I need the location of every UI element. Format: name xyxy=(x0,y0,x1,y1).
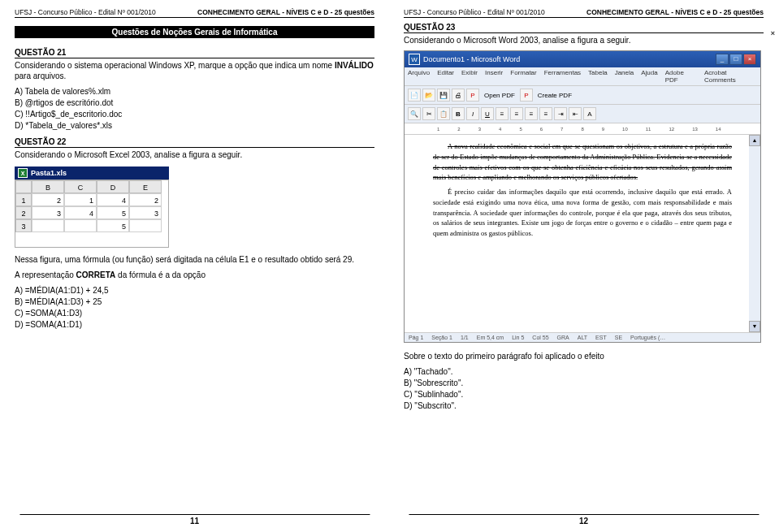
menu-exibir[interactable]: Exibir xyxy=(461,69,478,84)
menu-editar[interactable]: Editar xyxy=(437,69,454,84)
menu-tabela[interactable]: Tabela xyxy=(588,69,608,84)
page-right: UFSJ - Concurso Público - Edital Nº 001/… xyxy=(389,0,778,532)
ruler-tick: 12 xyxy=(669,127,674,132)
q23-opt-d: D) "Subscrito". xyxy=(404,400,764,411)
status-se: SE xyxy=(615,335,622,340)
menu-arquivo[interactable]: Arquivo xyxy=(408,69,430,84)
open-icon[interactable]: 📂 xyxy=(422,89,435,102)
align-left-icon[interactable]: ≡ xyxy=(496,107,509,120)
status-pag: Pág 1 xyxy=(409,335,423,340)
scroll-up-icon[interactable]: ▲ xyxy=(749,135,760,146)
q22-options: A) =MÉDIA(A1:D1) + 24,5 B) =MÉDIA(A1:D3)… xyxy=(15,285,374,330)
menu-acrobat[interactable]: Acrobat Comments xyxy=(704,69,757,84)
menu-janela[interactable]: Janela xyxy=(615,69,634,84)
bold-icon[interactable]: B xyxy=(452,107,465,120)
q23-opt-c: C) "Sublinhado". xyxy=(404,389,764,400)
q23-after-text: Sobre o texto do primeiro parágrafo foi … xyxy=(404,351,764,361)
q21-header: QUESTÃO 21 xyxy=(15,48,374,58)
menu-formatar[interactable]: Formatar xyxy=(510,69,536,84)
excel-col-b: B xyxy=(32,180,64,193)
section-title: Questões de Noções Gerais de Informática xyxy=(15,26,374,38)
ruler-tick: 6 xyxy=(540,127,543,132)
q22-opt-d: D) =SOMA(A1:D1) xyxy=(15,319,374,330)
ruler-tick: 13 xyxy=(692,127,698,132)
q22-text: Considerando o Microsoft Excel 2003, ana… xyxy=(15,149,374,160)
menu-inserir[interactable]: Inserir xyxy=(485,69,503,84)
status-count: 1/1 xyxy=(461,335,469,340)
excel-cell: 2 xyxy=(129,193,162,206)
ruler-tick: 10 xyxy=(622,127,628,132)
page-number: 12 xyxy=(409,514,759,526)
excel-col-d: D xyxy=(97,180,129,193)
excel-cell xyxy=(64,219,97,232)
excel-cell: 1 xyxy=(64,193,97,206)
q21-text: Considerando o sistema operacional Windo… xyxy=(15,60,374,81)
word-menubar: Arquivo Editar Exibir Inserir Formatar F… xyxy=(405,67,760,86)
print-icon[interactable]: 🖨 xyxy=(452,89,465,102)
doc-close-icon[interactable]: × xyxy=(771,29,775,37)
excel-corner xyxy=(15,180,32,193)
header-right: CONHECIMENTO GERAL - NÍVEIS C e D - 25 q… xyxy=(586,8,764,16)
maximize-button[interactable]: □ xyxy=(729,54,742,65)
status-gra: GRA xyxy=(557,335,569,340)
excel-cell: 3 xyxy=(129,206,162,219)
q23-header: QUESTÃO 23 xyxy=(404,23,764,33)
q22-correta-bold: CORRETA xyxy=(76,270,116,279)
underline-icon[interactable]: U xyxy=(481,107,494,120)
word-document-area[interactable]: A nova realidade econômica e social em q… xyxy=(405,135,760,332)
excel-title: Pasta1.xls xyxy=(31,169,67,177)
ruler-tick: 7 xyxy=(560,127,563,132)
q23-text: Considerando o Microsoft Word 2003, anal… xyxy=(404,35,764,45)
q21-text-b: para arquivos. xyxy=(15,71,66,80)
menu-ajuda[interactable]: Ajuda xyxy=(641,69,657,84)
scroll-down-icon[interactable]: ▼ xyxy=(749,321,760,332)
q21-options: A) Tabela de valores%.xlm B) @rtigos de … xyxy=(15,86,374,131)
pdf-icon[interactable]: P xyxy=(466,89,479,102)
q22-correta-b: da fórmula é a da opção xyxy=(115,270,206,279)
excel-cell xyxy=(129,219,162,232)
excel-row-3: 3 xyxy=(15,219,32,232)
align-center-icon[interactable]: ≡ xyxy=(510,107,523,120)
vertical-scrollbar[interactable]: ▲ ▼ xyxy=(749,135,760,332)
align-right-icon[interactable]: ≡ xyxy=(525,107,538,120)
copy-icon[interactable]: 📋 xyxy=(437,107,450,120)
ruler-tick: 1 xyxy=(437,127,439,132)
create-pdf-label[interactable]: Create PDF xyxy=(534,92,575,99)
excel-cell: 3 xyxy=(32,206,64,219)
status-lin: Lin 5 xyxy=(512,335,524,340)
header-line: UFSJ - Concurso Público - Edital Nº 001/… xyxy=(15,8,374,18)
ruler-tick: 2 xyxy=(457,127,460,132)
pdf-create-icon[interactable]: P xyxy=(520,89,533,102)
close-button[interactable]: × xyxy=(743,54,756,65)
word-title: Documento1 - Microsoft Word xyxy=(423,55,520,63)
minimize-button[interactable]: _ xyxy=(716,54,729,65)
status-secao: Seção 1 xyxy=(431,335,452,340)
outdent-icon[interactable]: ⇤ xyxy=(569,107,582,120)
ruler-tick: 5 xyxy=(519,127,521,132)
italic-icon[interactable]: I xyxy=(466,107,479,120)
q21-text-bold: INVÁLIDO xyxy=(335,61,374,70)
header-left: UFSJ - Concurso Público - Edital Nº 001/… xyxy=(404,8,545,16)
zoom-icon[interactable]: 🔍 xyxy=(408,107,421,120)
cut-icon[interactable]: ✂ xyxy=(422,107,435,120)
align-justify-icon[interactable]: ≡ xyxy=(539,107,552,120)
ruler-tick: 14 xyxy=(716,127,721,132)
new-doc-icon[interactable]: 📄 xyxy=(408,89,421,102)
word-toolbar-2: 🔍 ✂ 📋 B I U ≡ ≡ ≡ ≡ ⇥ ⇤ A xyxy=(405,105,760,123)
page-left: UFSJ - Concurso Público - Edital Nº 001/… xyxy=(0,0,389,532)
menu-ferramentas[interactable]: Ferramentas xyxy=(544,69,581,84)
status-em: Em 5,4 cm xyxy=(477,335,504,340)
page-number: 11 xyxy=(19,514,370,526)
status-lang: Português (… xyxy=(630,335,665,340)
font-color-icon[interactable]: A xyxy=(583,107,596,120)
indent-icon[interactable]: ⇥ xyxy=(554,107,567,120)
menu-adobe[interactable]: Adobe PDF xyxy=(665,69,697,84)
word-window-buttons: _ □ × xyxy=(716,54,756,65)
header-right: CONHECIMENTO GERAL - NÍVEIS C e D - 25 q… xyxy=(197,8,374,16)
save-icon[interactable]: 💾 xyxy=(437,89,450,102)
word-screenshot: W Documento1 - Microsoft Word _ □ × Arqu… xyxy=(404,50,761,343)
open-pdf-label[interactable]: Open PDF xyxy=(481,92,518,99)
q21-opt-c: C) !!Artigo$_de_escritorio.doc xyxy=(15,109,374,119)
ruler-tick: 4 xyxy=(499,127,501,132)
excel-cell xyxy=(32,219,64,232)
